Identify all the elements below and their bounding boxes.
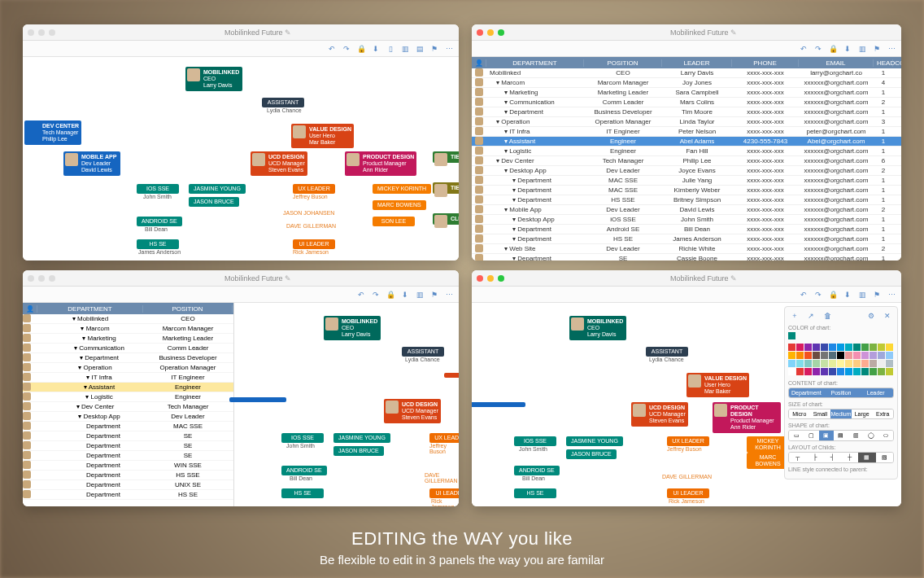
col-dept[interactable]: DEPARTMENT xyxy=(486,59,584,67)
layout-button[interactable]: ▥ xyxy=(413,289,426,300)
tree-row[interactable]: ▾ AssistantEngineer xyxy=(23,383,233,392)
color-swatch[interactable] xyxy=(813,368,820,375)
flag-button[interactable]: ⚑ xyxy=(428,289,441,300)
insp-close-icon[interactable]: ✕ xyxy=(881,310,894,322)
col-phone[interactable]: PHONE xyxy=(732,59,799,67)
tree-row[interactable]: ▾ DepartmentBusiness Developer xyxy=(23,353,233,363)
tree-row[interactable]: DepartmentUNIX SE xyxy=(23,480,233,490)
col-dept[interactable]: DEPARTMENT xyxy=(37,305,143,313)
node-tier2[interactable]: TIER 2 xyxy=(433,182,459,194)
color-swatch[interactable] xyxy=(878,344,885,351)
titlebar[interactable]: Mobilinked Future xyxy=(472,270,901,287)
table-row[interactable]: ▾ Web SiteDev LeaderRichie Whitexxxx-xxx… xyxy=(472,244,901,254)
shape-opt[interactable]: ⬭ xyxy=(878,431,893,440)
titlebar[interactable]: Mobilinked Future xyxy=(23,24,459,41)
tree-row[interactable]: DepartmentSE xyxy=(23,451,233,461)
color-swatch[interactable] xyxy=(829,368,836,375)
color-swatch[interactable] xyxy=(796,360,804,367)
node-root[interactable]: MOBILINKEDCEOLarry Davis xyxy=(324,316,381,340)
color-swatch[interactable] xyxy=(878,360,885,367)
insp-link-icon[interactable]: ↗ xyxy=(804,310,817,322)
node-mickey[interactable]: MICKEY KORINTH xyxy=(373,184,431,194)
node-tier1[interactable]: TIER 1 xyxy=(433,151,459,163)
tree-row[interactable]: ▾ MobilinkedCEO xyxy=(23,314,233,324)
color-swatch[interactable] xyxy=(853,368,861,375)
col-lead[interactable]: LEADER xyxy=(662,59,732,67)
color-swatch[interactable] xyxy=(886,344,893,351)
table-row[interactable]: ▾ DepartmentSECassie Boonexxxx-xxx-xxxxx… xyxy=(472,254,901,261)
node-jasmine[interactable]: JASMINE YOUNG xyxy=(333,433,390,443)
color-swatch[interactable] xyxy=(821,344,828,351)
redo-button[interactable]: ↷ xyxy=(369,289,382,300)
color-swatch[interactable] xyxy=(804,368,812,375)
orgchart-canvas[interactable]: MOBILINKEDCEOLarry Davis ASSISTANT Lydia… xyxy=(472,303,781,506)
seg-large[interactable]: Large xyxy=(852,409,873,418)
color-swatch[interactable] xyxy=(829,360,836,367)
lock-button[interactable]: 🔒 xyxy=(355,43,368,55)
color-swatch[interactable] xyxy=(788,352,795,359)
node-ucd[interactable]: UCD DESIGNUCD ManagerSteven Evans xyxy=(384,399,441,423)
node-jason[interactable]: JASON BRUCE xyxy=(189,197,239,207)
tree-row[interactable]: DepartmentSE xyxy=(23,431,233,441)
node-son[interactable]: SON LEE xyxy=(373,217,415,226)
tree-row[interactable]: ▾ IT InfraIT Engineer xyxy=(23,373,233,383)
content-segmented[interactable]: Department Position Leader xyxy=(788,388,894,398)
color-swatch[interactable] xyxy=(813,344,820,351)
color-swatch[interactable] xyxy=(788,360,795,367)
node-hs[interactable]: HS SE xyxy=(514,488,556,498)
node-jasmine[interactable]: JASMINE YOUNG xyxy=(189,184,246,194)
color-swatch[interactable] xyxy=(821,360,828,367)
node-client[interactable]: CLIENT E xyxy=(433,213,459,225)
color-swatch[interactable] xyxy=(796,368,804,375)
color-swatch[interactable] xyxy=(861,352,869,359)
table-row[interactable]: ▾ DepartmentHS SEJames Andersonxxxx-xxx-… xyxy=(472,234,901,244)
insp-trash-icon[interactable]: 🗑 xyxy=(821,310,834,322)
shape-opt[interactable]: ▣ xyxy=(819,431,834,440)
node-assistant[interactable]: ASSISTANT xyxy=(402,347,444,357)
seg-leader[interactable]: Leader xyxy=(858,388,893,397)
download-button[interactable]: ⬇ xyxy=(369,43,382,55)
redo-button[interactable]: ↷ xyxy=(340,43,353,55)
shape-opt[interactable]: ▢ xyxy=(804,431,818,440)
color-swatch[interactable] xyxy=(886,368,893,375)
node-ux[interactable]: UX LEADER xyxy=(293,184,335,194)
col-pos[interactable]: POSITION xyxy=(584,59,662,67)
color-swatch[interactable] xyxy=(837,368,844,375)
color-swatch[interactable] xyxy=(829,344,836,351)
tree-row[interactable]: ▾ CommunicationComm Leader xyxy=(23,344,233,353)
color-swatch[interactable] xyxy=(861,360,869,367)
redo-button[interactable]: ↷ xyxy=(812,289,825,300)
color-swatch[interactable] xyxy=(870,352,877,359)
node-ios[interactable]: IOS SSE xyxy=(281,433,324,443)
node-ui[interactable]: UI LEADER xyxy=(667,488,709,498)
shape-opt[interactable]: ◯ xyxy=(863,431,878,440)
table-row[interactable]: ▾ LogisticEngineerFan Hillxxxx-xxx-xxxxx… xyxy=(472,147,901,156)
undo-button[interactable]: ↶ xyxy=(355,289,368,300)
node-hs[interactable]: HS SE xyxy=(281,488,324,498)
node-valuedesign[interactable]: VALUE DESIGNUser HeroMar Baker xyxy=(686,373,749,397)
tree-row[interactable]: ▾ Dev CenterTech Manager xyxy=(23,402,233,412)
seg-department[interactable]: Department xyxy=(789,388,824,397)
color-swatch[interactable] xyxy=(845,344,852,351)
node-ucd[interactable]: UCD DESIGNUCD ManagerSteven Evans xyxy=(251,151,307,176)
seg-position[interactable]: Position xyxy=(824,388,859,397)
node-mobileapp[interactable] xyxy=(472,402,525,407)
table-row[interactable]: ▾ DepartmentMAC SSEJulie Yangxxxx-xxx-xx… xyxy=(472,176,901,186)
tree-row[interactable]: ▾ OperationOperation Manager xyxy=(23,363,233,373)
layout-2-button[interactable]: ▥ xyxy=(399,43,412,55)
node-ui[interactable]: UI LEADER xyxy=(429,488,459,498)
node-hs[interactable]: HS SE xyxy=(137,239,179,249)
node-android[interactable]: ANDROID SE xyxy=(514,466,560,475)
node-valuedesign[interactable]: VALUE DESIGNUser HeroMar Baker xyxy=(291,124,354,148)
layout-opt[interactable]: ┤ xyxy=(824,453,841,462)
color-swatch[interactable] xyxy=(845,352,852,359)
col-avatar[interactable]: 👤 xyxy=(472,59,486,67)
shape-opt[interactable]: ▥ xyxy=(848,431,863,440)
orgchart-canvas[interactable]: MOBILINKEDCEOLarry Davis ASSISTANT Lydia… xyxy=(234,303,459,506)
node-ux[interactable]: UX LEADER xyxy=(429,433,459,443)
node-mobileapp[interactable] xyxy=(229,397,286,402)
table-row[interactable]: ▾ DepartmentHS SSEBritney Simpsonxxxx-xx… xyxy=(472,195,901,205)
node-product[interactable]: PRODUCT DESIGNProduct ManagerAnn Rider xyxy=(713,402,781,433)
node-ucd[interactable]: UCD DESIGNUCD ManagerSteven Evans xyxy=(631,402,688,427)
color-swatch[interactable] xyxy=(813,360,820,367)
